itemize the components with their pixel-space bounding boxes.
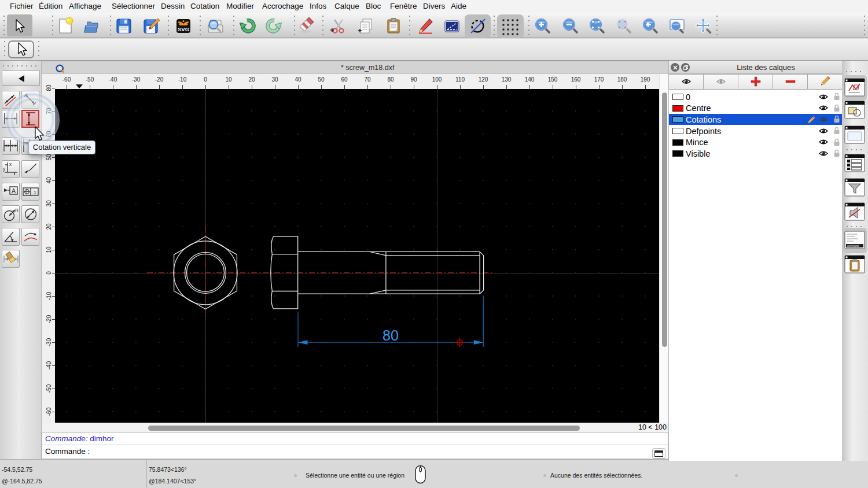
svg-text:R: R: [15, 208, 19, 213]
svg-text:SVG: SVG: [178, 26, 189, 32]
svg-text:80: 80: [382, 327, 399, 343]
svg-text:x: x: [9, 161, 12, 167]
svg-text:command: command: [847, 245, 859, 247]
svg-text:A: A: [12, 187, 16, 194]
svg-text:y: y: [3, 166, 6, 172]
svg-text:.1: .1: [32, 190, 37, 195]
